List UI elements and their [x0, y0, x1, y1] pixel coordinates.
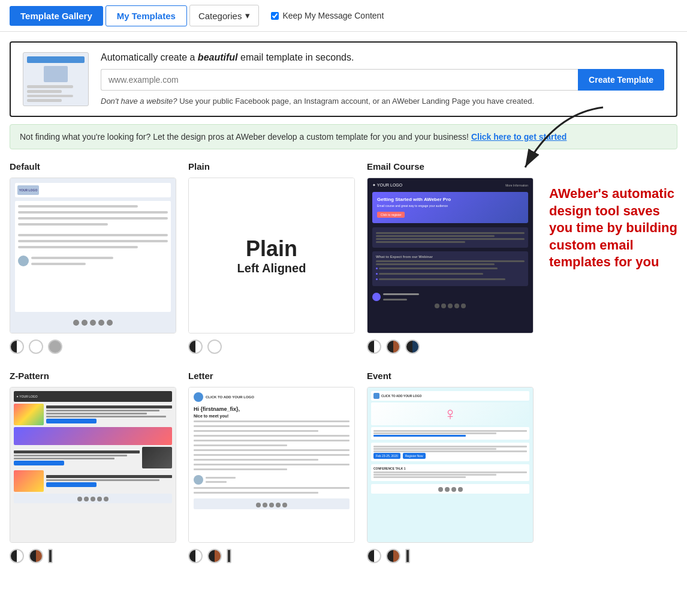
plain-text-sub: Left Aligned: [237, 262, 306, 275]
dp-avatar-line2: [31, 263, 86, 265]
ec-hero-title: Getting Started with AWeber Pro: [377, 197, 523, 203]
swatch-default-2[interactable]: [29, 339, 43, 354]
swatch-zp-1[interactable]: [10, 549, 24, 563]
website-url-input[interactable]: [101, 69, 578, 91]
dp-social2: [82, 320, 88, 326]
zp-social5: [104, 497, 109, 501]
lp-footer: [195, 503, 348, 507]
zp-row1: [14, 404, 172, 425]
banner-title-emphasis: beautiful: [198, 52, 238, 62]
zp-line4: [14, 455, 127, 456]
ec-social5: [461, 304, 466, 308]
top-navigation: Template Gallery My Templates Categories…: [0, 0, 687, 32]
template-card-default[interactable]: YOUR LOGO: [10, 178, 176, 333]
lp-avatar-row: [194, 475, 349, 485]
dp-logo-text: YOUR LOGO: [19, 188, 38, 192]
template-gallery-tab[interactable]: Template Gallery: [10, 6, 103, 26]
ep-hero: ♀: [371, 402, 529, 425]
zp-text3: [46, 475, 172, 487]
zp-preview: ✦ YOUR LOGO: [10, 387, 176, 542]
ec-social1: [435, 304, 439, 308]
zp-row3: [14, 470, 172, 492]
zp-social2: [84, 497, 89, 501]
swatch-letter-2[interactable]: [207, 549, 222, 563]
swatch-ec-1[interactable]: [367, 339, 381, 354]
dp-line7: [18, 246, 138, 248]
keep-content-checkbox[interactable]: [271, 12, 279, 20]
lp-title-line: [206, 481, 227, 483]
zp-dark-line3: [46, 475, 172, 478]
lp-line1: [194, 420, 349, 422]
create-template-button[interactable]: Create Template: [578, 69, 664, 91]
swatch-event-3[interactable]: [405, 549, 410, 563]
ep-section3: CONFERENCE TALK 1: [371, 464, 529, 481]
my-templates-tab[interactable]: My Templates: [106, 5, 187, 26]
swatch-zp-2[interactable]: [29, 549, 43, 563]
zp-dark-line1: [46, 405, 172, 408]
letter-preview: CLICK TO ADD YOUR LOGO Hi {firstname_fix…: [189, 387, 354, 542]
categories-dropdown[interactable]: Categories ▾: [189, 5, 260, 26]
ec-social3: [448, 304, 453, 308]
zp-line6: [46, 479, 159, 481]
annotation-arrow: [507, 101, 615, 185]
lp-logo: [194, 392, 203, 402]
ep-line6: [373, 450, 527, 452]
lp-greeting: Hi {firstname_fix},: [194, 406, 349, 412]
lp-ps-line1: [194, 487, 349, 489]
zp-logo: ✦ YOUR LOGO: [16, 395, 38, 398]
zp-social3: [91, 497, 95, 501]
template-label-default: Default: [10, 161, 176, 172]
annotation-text: AWeber's automatic design tool saves you…: [549, 185, 681, 271]
ep-line4: [373, 446, 527, 447]
swatch-ec-2[interactable]: [386, 339, 400, 354]
zp-btn3: [46, 482, 97, 487]
swatch-default-3[interactable]: [48, 339, 62, 354]
categories-label: Categories: [198, 11, 242, 21]
ec-line6: [376, 263, 495, 265]
zp-social4: [97, 497, 102, 501]
swatch-ec-3[interactable]: [405, 339, 420, 354]
swatch-plain-2[interactable]: [207, 339, 222, 354]
ep-line9: [373, 476, 466, 478]
grid-with-annotation: Default YOUR LOGO: [0, 149, 687, 578]
lp-logo-text: CLICK TO ADD YOUR LOGO: [206, 395, 254, 399]
lp-line11: [194, 468, 287, 470]
keep-content-label: Keep My Message Content: [282, 11, 384, 20]
ec-preview: ✦ YOUR LOGO More Information Getting Sta…: [367, 178, 533, 333]
dp-footer: [17, 320, 168, 326]
plain-color-swatches: [188, 337, 355, 356]
lp-line8: [194, 454, 349, 456]
swatch-letter-3[interactable]: [227, 549, 231, 563]
letter-color-swatches: [188, 546, 355, 566]
zp-social1: [77, 497, 82, 501]
template-section-event: Event CLICK TO ADD YOUR LOGO ♀: [367, 371, 534, 566]
ep-header: CLICK TO ADD YOUR LOGO: [371, 391, 529, 401]
template-card-email-course[interactable]: ✦ YOUR LOGO More Information Getting Sta…: [367, 178, 534, 333]
default-color-swatches: [10, 337, 176, 356]
plain-preview: Plain Left Aligned: [189, 178, 354, 333]
lp-social1: [256, 503, 261, 507]
template-card-letter[interactable]: CLICK TO ADD YOUR LOGO Hi {firstname_fix…: [188, 387, 355, 543]
annotation-area: AWeber's automatic design tool saves you…: [543, 149, 687, 578]
template-card-z-pattern[interactable]: ✦ YOUR LOGO: [10, 387, 176, 543]
swatch-letter-1[interactable]: [188, 549, 203, 563]
template-label-letter: Letter: [188, 371, 355, 381]
swatch-event-2[interactable]: [386, 549, 400, 563]
template-card-plain[interactable]: Plain Left Aligned: [188, 178, 355, 333]
zp-text1: [46, 405, 172, 423]
dp-line5: [18, 234, 168, 236]
swatch-event-1[interactable]: [367, 549, 381, 563]
keep-content-option: Keep My Message Content: [271, 11, 384, 20]
ep-footer: [373, 487, 528, 492]
swatch-plain-1[interactable]: [188, 339, 203, 354]
banner-title: Automatically create a beautiful email t…: [101, 52, 664, 63]
info-strip-text: Not finding what you're looking for? Let…: [20, 132, 471, 142]
swatch-zp-3[interactable]: [48, 549, 53, 563]
lp-line5: [194, 440, 349, 441]
zp-img3: [14, 470, 44, 492]
swatch-default-1[interactable]: [10, 339, 24, 354]
zp-img1: [14, 404, 44, 425]
template-card-event[interactable]: CLICK TO ADD YOUR LOGO ♀: [367, 387, 534, 543]
lp-line10: [194, 464, 349, 465]
dp-social3: [90, 320, 96, 326]
